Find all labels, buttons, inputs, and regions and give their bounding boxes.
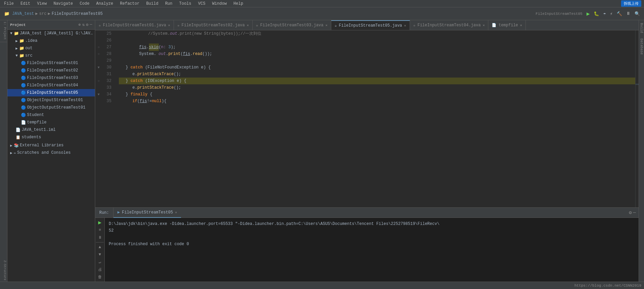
bottom-tab-run[interactable]: ▶ FileInputStreamTest05 ✕ xyxy=(113,208,181,218)
menu-help[interactable]: Help xyxy=(232,1,244,7)
run-down-btn[interactable]: ▼ xyxy=(97,251,103,258)
tree-item-test02[interactable]: 🔵 FileInputStreamTest02 xyxy=(7,67,95,74)
paren-30b: ) { xyxy=(203,64,211,71)
tree-folder-root: 📁 xyxy=(14,31,19,36)
print-28: print xyxy=(168,51,180,57)
build-button[interactable]: 🔨 xyxy=(615,10,623,17)
run-button[interactable]: ▶ xyxy=(585,10,591,18)
menu-edit[interactable]: Edit xyxy=(19,1,32,7)
tree-item-iml[interactable]: 📄 JAVA_test1.iml xyxy=(7,126,95,134)
tree-item-objout[interactable]: 🔵 ObjectOutputStreamTest01 xyxy=(7,104,95,111)
menu-tools[interactable]: Tools xyxy=(178,1,193,7)
header-icon-gear[interactable]: ⚙ xyxy=(86,22,88,27)
tree-item-students[interactable]: 📋 students xyxy=(7,134,95,141)
tree-item-objin[interactable]: 🔵 ObjectInputStreamTest01 xyxy=(7,96,95,104)
tab-test05[interactable]: ☕ FileInputStreamTest05.java ✕ xyxy=(331,20,410,30)
tab-test02[interactable]: ☕ FileInputStreamTest02.java ✕ xyxy=(174,20,253,30)
run-divider xyxy=(96,242,104,242)
tab-close-test04[interactable]: ✕ xyxy=(483,23,485,27)
pause-button[interactable]: ⏸ xyxy=(625,10,632,17)
run-print-btn[interactable]: 🖨 xyxy=(97,266,103,273)
tree-item-test01[interactable]: 🔵 FileInputStreamTest01 xyxy=(7,59,95,67)
console-line-3 xyxy=(109,234,635,241)
fnfe-30: FileNotFoundException xyxy=(148,64,201,71)
tree-label-objout: ObjectOutputStreamTest01 xyxy=(27,105,95,110)
run-stop-btn[interactable]: ■ xyxy=(97,227,103,233)
skip-param: n: xyxy=(161,44,169,51)
editor-area: ☕ FileInputStreamTest01.java ✕ ☕ FileInp… xyxy=(95,20,639,282)
activity-structure[interactable]: Z-Structure xyxy=(0,259,7,282)
run-wrap-btn[interactable]: ↵ xyxy=(97,259,103,265)
menu-run[interactable]: Run xyxy=(164,1,174,7)
menu-code[interactable]: Code xyxy=(78,1,91,7)
menu-file[interactable]: File xyxy=(3,1,15,7)
tree-label-test02: FileInputStreamTest02 xyxy=(27,68,95,73)
menu-window[interactable]: Window xyxy=(211,1,228,7)
tab-label-test04: FileInputStreamTest04.java xyxy=(417,23,481,28)
tab-close-test03[interactable]: ✕ xyxy=(326,23,328,27)
tree-item-test03[interactable]: 🔵 FileInputStreamTest03 xyxy=(7,74,95,82)
menu-vcs[interactable]: VCS xyxy=(197,1,207,7)
run-up-btn[interactable]: ▲ xyxy=(97,244,103,251)
tree-item-extlib[interactable]: ▶ 📚 External Libraries xyxy=(7,142,95,149)
linenum-27: 27 xyxy=(102,44,113,51)
header-icon-2[interactable]: ⇅ xyxy=(82,22,84,27)
tree-icon-test01: 🔵 xyxy=(21,61,26,66)
menu-navigate[interactable]: Navigate xyxy=(52,1,74,7)
menu-bar: File Edit View Navigate Code Analyze Ref… xyxy=(0,0,644,7)
tab-close-tempfile[interactable]: ✕ xyxy=(520,23,522,27)
menu-build[interactable]: Build xyxy=(145,1,160,7)
right-strip-build[interactable]: Build xyxy=(639,20,644,36)
run-trash-btn[interactable]: 🗑 xyxy=(97,273,103,280)
header-icon-minimize[interactable]: — xyxy=(90,22,92,27)
run-side-buttons: ▶ ■ ⏸ ▲ ▼ ↵ 🖨 🗑 xyxy=(95,218,105,282)
tree-item-scratches[interactable]: ▶ ✏️ Scratches and Consoles xyxy=(7,149,95,156)
tab-close-test05[interactable]: ✕ xyxy=(404,24,406,28)
tree-icon-test03: 🔵 xyxy=(21,76,26,81)
tab-test03[interactable]: ☕ FileInputStreamTest03.java ✕ xyxy=(253,20,331,30)
menu-view[interactable]: View xyxy=(36,1,48,7)
tree-item-root[interactable]: ▼ 📁 JAVA_test [JAVA_test1] G:\JAVA... xyxy=(7,30,95,37)
bottom-ctrl-minimize[interactable]: — xyxy=(633,210,636,215)
menu-analyze[interactable]: Analyze xyxy=(95,1,114,7)
activity-project[interactable]: 1: Project xyxy=(0,20,7,42)
paren-32b: ) { xyxy=(179,78,186,84)
tree-item-test04[interactable]: 🔵 FileInputStreamTest04 xyxy=(7,82,95,89)
run-pause-btn[interactable]: ⏸ xyxy=(97,234,103,241)
tree-item-out[interactable]: ▶ 📁 out xyxy=(7,45,95,52)
tab-run-label: FileInputStreamTest05 xyxy=(122,210,173,215)
tab-close-test01[interactable]: ✕ xyxy=(168,23,170,27)
tree-label-test01: FileInputStreamTest01 xyxy=(27,61,95,65)
tree-icon-scratches: ▶ xyxy=(10,151,12,155)
header-icon-1[interactable]: ⊕ xyxy=(78,22,81,27)
search-button[interactable]: 🔍 xyxy=(633,10,641,17)
debug-button[interactable]: 🐛 xyxy=(592,10,600,17)
tab-run-close[interactable]: ✕ xyxy=(175,210,177,214)
profile-button[interactable]: ⚡ xyxy=(609,10,614,17)
tree-item-src[interactable]: ▼ 📁 src xyxy=(7,52,95,59)
bottom-ctrl-settings[interactable]: ⚙ xyxy=(629,210,632,215)
tab-test01[interactable]: ☕ FileInputStreamTest01.java ✕ xyxy=(95,20,174,30)
code-lines-content[interactable]: //System.out.print(new String(bytes));//… xyxy=(115,30,635,207)
tree-item-idea[interactable]: ▶ 📁 .idea xyxy=(7,37,95,45)
paren-31: (); xyxy=(174,71,181,78)
code-line-27: fis . skip ( n: 3 ); xyxy=(119,44,635,51)
upload-btn[interactable]: 拆线上传 xyxy=(621,0,641,7)
run-play-btn[interactable]: ▶ xyxy=(97,219,103,226)
tab-close-test02[interactable]: ✕ xyxy=(247,23,249,27)
linenum-25: 25 xyxy=(102,30,113,37)
tree-item-student[interactable]: 🔵 Student xyxy=(7,111,95,119)
right-strip-database[interactable]: Database xyxy=(639,36,644,57)
right-strip: Build Database xyxy=(639,20,644,282)
code-line-34: } finally { xyxy=(119,91,635,98)
tab-tempfile[interactable]: 📄 tempfile ✕ xyxy=(488,20,526,30)
tree-item-test05[interactable]: 🔵 FileInputStreamTest05 xyxy=(7,89,95,96)
coverage-button[interactable]: ☂ xyxy=(602,10,607,17)
tree-item-tempfile[interactable]: 📄 tempfile xyxy=(7,119,95,126)
tab-test04[interactable]: ☕ FileInputStreamTest04.java ✕ xyxy=(410,20,489,30)
tab-icon-test04: ☕ xyxy=(413,23,416,27)
tree-folder-out: 📁 xyxy=(19,46,24,51)
menu-refactor[interactable]: Refactor xyxy=(119,1,141,7)
tree-label-test04: FileInputStreamTest04 xyxy=(27,83,95,88)
tree-extlib-icon: 📚 xyxy=(14,143,19,148)
